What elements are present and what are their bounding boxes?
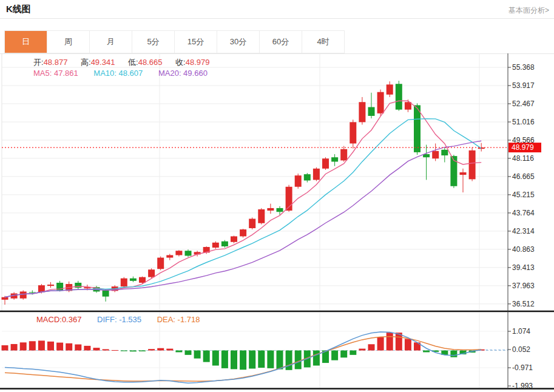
tab-4hour[interactable]: 4时 xyxy=(302,31,345,53)
tab-week[interactable]: 周 xyxy=(47,31,90,53)
tab-30min[interactable]: 30分 xyxy=(217,31,260,53)
svg-text:37.963: 37.963 xyxy=(512,282,535,290)
tab-day[interactable]: 日 xyxy=(5,31,47,53)
tab-60min[interactable]: 60分 xyxy=(260,31,302,53)
svg-text:-0.971: -0.971 xyxy=(512,363,533,372)
kline-panel: K线图 基本面分析> 日 周 月 5分 15分 30分 60分 4时 55.36… xyxy=(0,0,554,392)
interval-tabs: 日 周 月 5分 15分 30分 60分 4时 xyxy=(4,30,345,53)
svg-text:51.016: 51.016 xyxy=(512,118,535,126)
fundamental-analysis-link[interactable]: 基本面分析> xyxy=(508,5,549,16)
page-title: K线图 xyxy=(6,4,31,15)
svg-text:1.074: 1.074 xyxy=(512,327,530,336)
panel-header: K线图 基本面分析> xyxy=(0,0,554,19)
tab-month[interactable]: 月 xyxy=(90,31,132,53)
svg-text:53.917: 53.917 xyxy=(512,81,535,90)
svg-text:42.314: 42.314 xyxy=(512,227,535,235)
tab-15min[interactable]: 15分 xyxy=(175,31,217,53)
svg-text:0.052: 0.052 xyxy=(512,345,530,354)
svg-text:48.979: 48.979 xyxy=(512,143,534,152)
svg-text:52.467: 52.467 xyxy=(512,100,535,108)
svg-text:-1.993: -1.993 xyxy=(512,382,533,390)
svg-text:36.512: 36.512 xyxy=(512,300,535,308)
svg-text:48.116: 48.116 xyxy=(512,154,534,163)
candlestick-macd-chart: 55.36853.91752.46751.01649.56648.11646.6… xyxy=(0,53,554,392)
svg-text:40.863: 40.863 xyxy=(512,245,535,254)
svg-text:45.215: 45.215 xyxy=(512,191,535,199)
svg-text:43.764: 43.764 xyxy=(512,209,535,217)
svg-text:55.368: 55.368 xyxy=(512,63,535,72)
svg-text:46.665: 46.665 xyxy=(512,172,535,181)
svg-text:39.413: 39.413 xyxy=(512,263,535,272)
chart-area: 55.36853.91752.46751.01649.56648.11646.6… xyxy=(0,53,554,392)
tab-5min[interactable]: 5分 xyxy=(132,31,175,53)
